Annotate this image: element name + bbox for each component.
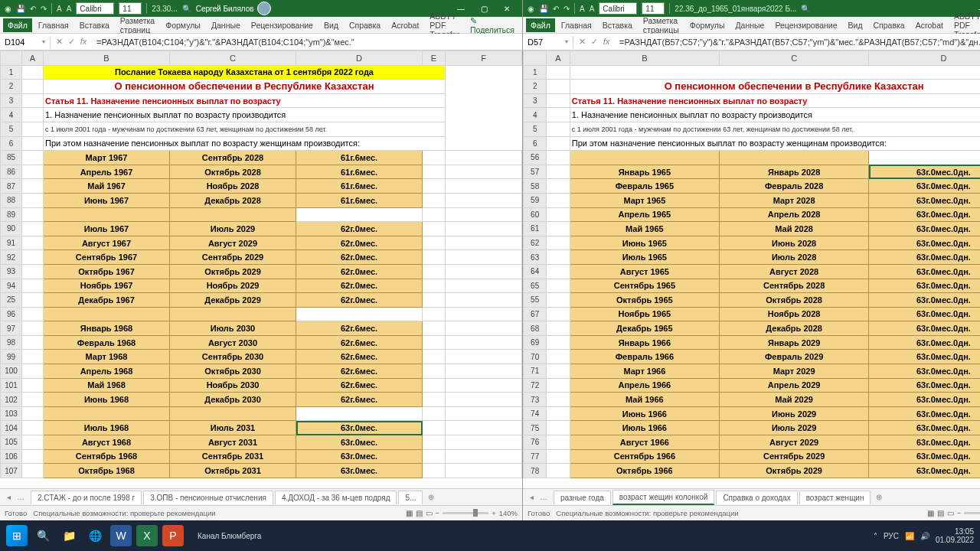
row-header[interactable]: 6 — [524, 136, 547, 151]
cell[interactable]: 63г.0мес.0дн. — [869, 264, 980, 279]
cell[interactable]: Август 2031 — [170, 435, 296, 450]
row-header[interactable]: 92 — [1, 250, 22, 265]
cell[interactable]: Ноябрь 2030 — [170, 378, 296, 393]
cell[interactable] — [446, 179, 522, 194]
cell[interactable]: Послание Токаева народу Казахстана от 1 … — [44, 65, 446, 80]
row-header[interactable]: 60 — [524, 207, 547, 222]
search-icon[interactable]: 🔍 — [32, 525, 54, 546]
row-header[interactable]: 89 — [1, 207, 22, 222]
ribbon-tab[interactable]: Главная — [34, 18, 74, 32]
redo-icon[interactable]: ↷ — [564, 5, 570, 13]
cell[interactable]: Сентябрь 1968 — [44, 449, 170, 464]
cell[interactable]: Октябрь 1967 — [44, 264, 170, 279]
search-icon[interactable]: 🔍 — [801, 5, 810, 13]
cell[interactable] — [446, 293, 522, 308]
cell[interactable]: 63г.0мес.0дн. — [869, 236, 980, 250]
cell[interactable]: 63г.0мес.0дн. — [869, 406, 980, 421]
row-header[interactable]: 97 — [1, 321, 22, 336]
cell[interactable]: Июнь 2029 — [719, 406, 868, 421]
cell[interactable]: Ноябрь 2029 — [170, 279, 296, 293]
cell[interactable] — [446, 207, 522, 222]
row-header[interactable]: 101 — [1, 378, 22, 393]
row-header[interactable]: 68 — [524, 321, 547, 336]
cell[interactable]: 62г.6мес. — [296, 393, 423, 407]
cell[interactable]: Июнь 1968 — [44, 393, 170, 407]
cell[interactable]: Август 2030 — [170, 335, 296, 350]
row-header[interactable]: 3 — [524, 93, 547, 108]
cell[interactable]: Март 2028 — [719, 193, 868, 207]
cell[interactable]: 62г.0мес. — [296, 264, 423, 279]
tab-nav-first-icon[interactable]: ◂ — [526, 493, 537, 501]
add-sheet-icon[interactable]: ⊕ — [424, 493, 438, 501]
cancel-fx-icon[interactable]: ✕ — [54, 37, 64, 47]
row-header[interactable]: 104 — [1, 421, 22, 435]
cell[interactable] — [423, 179, 446, 194]
cell[interactable]: 63г.0мес.0дн. — [869, 378, 980, 393]
cell[interactable]: О пенсионном обеспечении в Республике Ка… — [570, 80, 980, 94]
ribbon-tab[interactable]: Данные — [207, 18, 245, 32]
cell[interactable]: Апрель 1968 — [44, 364, 170, 379]
clock-time[interactable]: 13:05 — [936, 527, 974, 536]
row-header[interactable]: 4 — [1, 108, 22, 122]
cell[interactable]: Статья 11. Назначение пенсионных выплат … — [570, 93, 980, 108]
cell[interactable]: Май 1968 — [44, 378, 170, 393]
cell[interactable]: 63г.0мес.0дн. — [869, 193, 980, 207]
row-header[interactable]: 3 — [1, 93, 22, 108]
cell[interactable]: с 1 июля 2001 года - мужчинам по достиже… — [44, 122, 446, 136]
cell[interactable]: Апрель 2028 — [719, 207, 868, 222]
zoom-slider[interactable] — [443, 512, 488, 514]
view-normal-icon[interactable]: ▦ — [927, 509, 934, 517]
cell[interactable]: 62г.6мес. — [296, 364, 423, 379]
cell[interactable]: Декабрь 1965 — [570, 321, 719, 336]
cell[interactable]: 63г.0мес.0дн. — [869, 279, 980, 293]
cell[interactable]: Март 1968 — [44, 350, 170, 364]
sheet-tab[interactable]: разные года — [554, 491, 611, 504]
row-header[interactable]: 5 — [524, 122, 547, 136]
sheet-tab[interactable]: 5... — [398, 491, 423, 504]
col-header[interactable]: B — [44, 51, 170, 66]
powerpoint-icon[interactable]: P — [162, 525, 184, 546]
save-icon[interactable]: 💾 — [539, 5, 548, 13]
enter-fx-icon[interactable]: ✓ — [66, 37, 77, 47]
cell[interactable] — [423, 321, 446, 336]
cell[interactable]: Июнь 1966 — [570, 406, 719, 421]
sheet-tab[interactable]: Справка о доходах — [716, 491, 797, 504]
cell[interactable]: 63г.0мес.0дн. — [869, 393, 980, 407]
cell[interactable]: Май 1965 — [570, 222, 719, 236]
user-account[interactable]: Сергей Билялов — [196, 2, 271, 15]
cell[interactable]: Июль 1967 — [44, 222, 170, 236]
cell[interactable] — [44, 406, 170, 421]
cell[interactable]: Май 1967 — [44, 179, 170, 194]
col-header[interactable]: D — [296, 51, 423, 66]
col-header[interactable]: C — [719, 51, 868, 66]
clock-date[interactable]: 01.09.2022 — [936, 536, 974, 544]
worksheet[interactable]: ABCDEF1Послание Токаева народу Казахстан… — [0, 51, 522, 488]
row-header[interactable]: 67 — [524, 307, 547, 321]
font-name[interactable]: Calibri — [76, 2, 114, 15]
row-header[interactable]: 96 — [1, 307, 22, 321]
cell[interactable] — [423, 335, 446, 350]
tab-nav-prev-icon[interactable]: … — [538, 493, 549, 501]
row-header[interactable]: 86 — [1, 165, 22, 179]
cell[interactable]: Июль 2028 — [719, 250, 868, 265]
cell[interactable] — [570, 151, 719, 165]
cell[interactable] — [44, 207, 170, 222]
undo-icon[interactable]: ↶ — [30, 5, 36, 13]
font-name[interactable]: Calibri — [599, 2, 637, 15]
cell[interactable] — [423, 393, 446, 407]
row-header[interactable]: 87 — [1, 179, 22, 194]
cell[interactable]: 63г.0мес.0дн. — [869, 293, 980, 308]
fx-icon[interactable]: fx — [601, 37, 612, 47]
cell[interactable] — [446, 421, 522, 435]
view-page-icon[interactable]: ▤ — [416, 509, 423, 517]
redo-icon[interactable]: ↷ — [41, 5, 47, 13]
fx-icon[interactable]: fx — [78, 37, 89, 47]
cell[interactable] — [446, 321, 522, 336]
ribbon-tab[interactable]: Вставка — [598, 18, 637, 32]
cell[interactable]: 63г.0мес.0дн. — [869, 165, 980, 179]
volume-icon[interactable]: 🔊 — [920, 532, 929, 540]
row-header[interactable]: 58 — [524, 179, 547, 194]
cell[interactable] — [423, 151, 446, 165]
row-header[interactable]: 6 — [1, 136, 22, 151]
cell[interactable]: 63г.0мес.0дн. — [869, 464, 980, 478]
